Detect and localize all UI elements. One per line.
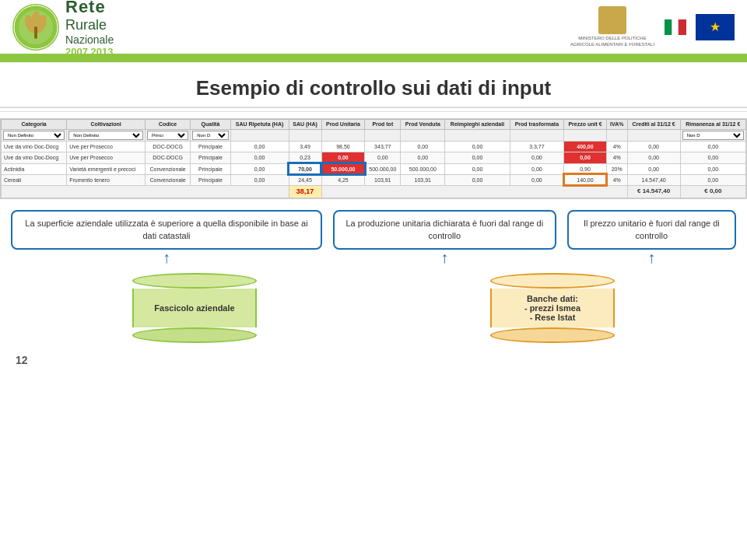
logo-rete-text: Rete (65, 0, 114, 17)
col-prod-vend: Prod Venduta (401, 120, 445, 130)
filter-rimanenza[interactable]: Non D (680, 130, 745, 142)
cell-total-rimanenza: € 0,00 (680, 185, 745, 198)
db-fascicolo: Fascicolo aziendale (132, 273, 257, 343)
cell-codice: Convenzionale (145, 163, 190, 174)
filter-prod-vend (401, 130, 445, 142)
cell-rimanenza: 0,00 (680, 174, 745, 185)
db-fascicolo-body: Fascicolo aziendale (132, 289, 257, 327)
cell-crediti: 0,00 (627, 163, 680, 174)
logo-right: MINISTERO DELLE POLITICHE AGRICOLE ALIME… (570, 6, 735, 47)
annotation-box-left: La superficie aziendale utilizzata è sup… (11, 210, 322, 250)
cell-prod-tot: 343,77 (365, 142, 401, 152)
cell-reimp: 0,00 (445, 163, 510, 174)
cell-prod-vend: 500.000,00 (401, 163, 445, 174)
table-row: Actinidia Varietà emergenti e precoci Co… (2, 163, 746, 174)
cell-iva: 4% (606, 142, 627, 152)
italy-flag-icon (665, 19, 686, 35)
cell-coltivazioni: Varietà emergenti e precoci (67, 163, 146, 174)
cell-reimp: 0,00 (445, 174, 510, 185)
filter-prod-trasf (510, 130, 563, 142)
filter-rimanenza-select[interactable]: Non D (682, 131, 744, 140)
cell-prod-unit: 50.000,00 (321, 163, 365, 174)
col-sau-rip: SAU Ripetuta (HA) (230, 120, 289, 130)
table-row: Uve da vino Doc-Docg Uve per Prosecco DO… (2, 152, 746, 163)
filter-coltivazioni[interactable]: Non Definito (67, 130, 146, 142)
filter-qualita-select[interactable]: Non D (192, 131, 228, 140)
db-banche-label: Banche dati:- prezzi Ismea- Rese Istat (524, 294, 580, 322)
filter-categoria[interactable]: Non Definito (2, 130, 67, 142)
data-table: Categoria Coltivazioni Codice Qualità SA… (1, 119, 746, 198)
col-reimp: Reimpieghi aziendali (445, 120, 510, 130)
cell-categoria: Uve da vino Doc-Docg (2, 142, 67, 152)
filter-codice-select[interactable]: Princi (147, 131, 188, 140)
col-sau-ha: SAU (HA) (289, 120, 321, 130)
cell-prezzo: 400,00 (564, 142, 607, 152)
col-coltivazioni: Coltivazioni (67, 120, 146, 130)
header: Rete Rurale Nazionale 2007.2013 MINISTER… (0, 0, 747, 56)
col-categoria: Categoria (2, 120, 67, 130)
cell-coltivazioni: Frumento tenero (67, 174, 146, 185)
cell-prod-unit: 4,25 (321, 174, 365, 185)
cell-prod-unit: 0,00 (321, 152, 365, 163)
cell-iva: 4% (606, 174, 627, 185)
filter-row[interactable]: Non Definito Non Definito Princi (2, 130, 746, 142)
eu-flag-icon: ★ (696, 14, 735, 40)
cell-qualita: Principale (191, 152, 230, 163)
annotation-box-right: Il prezzo unitario è fuori dal range di … (567, 210, 736, 250)
cell-sau-ha: 3,49 (289, 142, 321, 152)
database-section: Fascicolo aziendale Banche dati:- prezzi… (0, 265, 747, 351)
col-rimanenza: Rimanenza al 31/12 € (680, 120, 745, 130)
cell-coltivazioni: Uve per Prosecco (67, 152, 146, 163)
annotation-text-left: La superficie aziendale utilizzata è sup… (25, 219, 307, 240)
filter-coltivazioni-select[interactable]: Non Definito (68, 131, 143, 140)
cell-sau-ha: 24,45 (289, 174, 321, 185)
cell-prezzo: 0,90 (564, 163, 607, 174)
col-prod-tot: Prod tot (365, 120, 401, 130)
cell-rimanenza: 0,00 (680, 152, 745, 163)
filter-prezzo (564, 130, 607, 142)
cell-sau-ha: 0,23 (289, 152, 321, 163)
cell-prezzo: 0,00 (564, 152, 607, 163)
table-row: Uve da vino Doc-Docg Uve per Prosecco DO… (2, 142, 746, 152)
ministry-icon (598, 6, 626, 34)
db-fascicolo-top (132, 273, 257, 289)
cell-coltivazioni: Uve per Prosecco (67, 142, 146, 152)
cell-sau-ha: 70,00 (289, 163, 321, 174)
cell-categoria: Uve da vino Doc-Docg (2, 152, 67, 163)
cell-total-crediti: € 14.547,40 (627, 185, 680, 198)
cell-summary-empty (2, 185, 289, 198)
cell-qualita: Principale (191, 174, 230, 185)
filter-codice[interactable]: Princi (145, 130, 190, 142)
cell-iva: 20% (606, 163, 627, 174)
cell-sau-rip: 0,00 (230, 152, 289, 163)
cell-prezzo: 140,00 (564, 174, 607, 185)
col-prod-unit: Prod Unitaria (321, 120, 365, 130)
filter-categoria-select[interactable]: Non Definito (3, 131, 65, 140)
cell-prod-vend: 0,00 (401, 152, 445, 163)
svg-rect-5 (34, 26, 37, 39)
cell-reimp: 0,00 (445, 152, 510, 163)
arrow-up-middle: ↑ (440, 249, 448, 267)
filter-sau-rip (230, 130, 289, 142)
cell-summary-empty2 (321, 185, 627, 198)
cell-prod-tot: 500.000,00 (365, 163, 401, 174)
col-crediti: Crediti al 31/12 € (627, 120, 680, 130)
arrow-up-right: ↑ (647, 249, 655, 267)
col-prod-trasf: Prod trasformata (510, 120, 563, 130)
cell-prod-trasf: 0,00 (510, 174, 563, 185)
cell-crediti: 0,00 (627, 142, 680, 152)
cell-codice: DOC-DOCG (145, 142, 190, 152)
cell-qualita: Principale (191, 142, 230, 152)
logo-text: Rete Rurale Nazionale 2007.2013 (65, 0, 114, 58)
filter-qualita[interactable]: Non D (191, 130, 230, 142)
cell-prod-unit: 98,50 (321, 142, 365, 152)
cell-prod-vend: 103,91 (401, 174, 445, 185)
table-summary-row: 38,17 € 14.547,40 € 0,00 (2, 185, 746, 198)
cell-codice: Convenzionale (145, 174, 190, 185)
col-codice: Codice (145, 120, 190, 130)
col-iva: IVA% (606, 120, 627, 130)
cell-prod-trasf: 3.3,77 (510, 142, 563, 152)
logo-rurale-text: Rurale (65, 17, 114, 33)
annotation-box-middle: La produzione unitaria dichiarata è fuor… (333, 210, 556, 250)
db-banche-body: Banche dati:- prezzi Ismea- Rese Istat (490, 289, 615, 327)
